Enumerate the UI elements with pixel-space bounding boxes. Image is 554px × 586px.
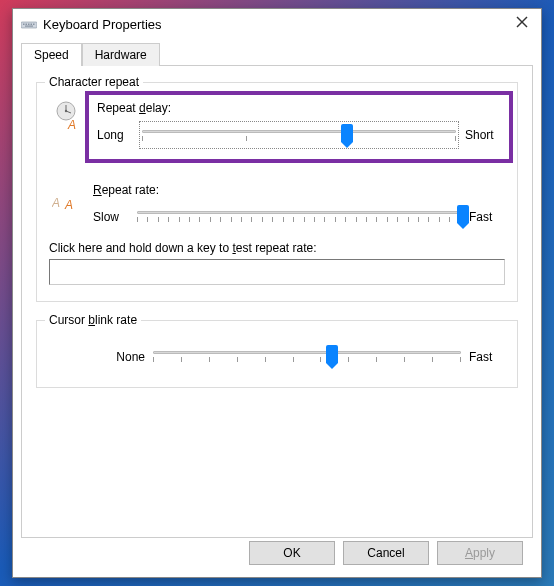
repeat-delay-label: Repeat delay: [97, 101, 501, 115]
repeat-delay-min-label: Long [97, 128, 133, 142]
group-character-repeat: Character repeat A Repeat delay: Long [36, 82, 518, 302]
test-repeat-label: Click here and hold down a key to test r… [49, 241, 505, 255]
close-button[interactable] [511, 15, 533, 33]
svg-text:A: A [64, 198, 73, 212]
keyboard-properties-window: Keyboard Properties SpeedHardware Charac… [12, 8, 542, 578]
svg-text:A: A [52, 196, 60, 210]
blink-rate-row: None Fast [49, 343, 505, 371]
repeat-rate-label: Repeat rate: [93, 183, 505, 197]
keyboard-icon [21, 19, 37, 29]
repeat-rate-thumb[interactable] [457, 205, 469, 223]
group-cursor-blink-title: Cursor blink rate [45, 313, 141, 327]
blink-rate-min-label: None [49, 350, 145, 364]
repeat-delay-slider[interactable] [139, 121, 459, 149]
repeat-delay-thumb[interactable] [341, 124, 353, 142]
svg-rect-6 [25, 26, 33, 27]
ok-button[interactable]: OK [249, 541, 335, 565]
svg-rect-3 [28, 24, 30, 26]
blink-rate-thumb[interactable] [326, 345, 338, 363]
repeat-rate-min-label: Slow [93, 210, 129, 224]
group-cursor-blink: Cursor blink rate None Fast [36, 320, 518, 388]
dialog-buttons: OK Cancel Apply [249, 541, 523, 565]
blink-rate-max-label: Fast [469, 350, 505, 364]
cancel-button[interactable]: Cancel [343, 541, 429, 565]
apply-button[interactable]: Apply [437, 541, 523, 565]
close-icon [515, 15, 529, 29]
repeat-delay-max-label: Short [465, 128, 501, 142]
svg-rect-1 [23, 24, 25, 26]
repeat-rate-slider[interactable] [135, 203, 463, 231]
titlebar: Keyboard Properties [13, 9, 541, 39]
repeat-delay-row: A Repeat delay: Long Short [49, 97, 505, 173]
blink-rate-slider[interactable] [151, 343, 463, 371]
svg-rect-4 [31, 24, 33, 26]
repeat-rate-icon: AA [49, 183, 93, 215]
window-title: Keyboard Properties [43, 17, 511, 32]
tab-strip: SpeedHardware [21, 43, 533, 66]
tab-hardware[interactable]: Hardware [82, 43, 160, 66]
svg-rect-5 [33, 24, 35, 26]
repeat-delay-highlight: Repeat delay: Long Short [85, 91, 513, 163]
group-character-repeat-title: Character repeat [45, 75, 143, 89]
tab-speed[interactable]: Speed [21, 43, 82, 66]
tab-panel-speed: Character repeat A Repeat delay: Long [21, 66, 533, 538]
svg-text:A: A [67, 118, 76, 132]
test-repeat-input[interactable] [49, 259, 505, 285]
repeat-rate-max-label: Fast [469, 210, 505, 224]
repeat-rate-row: AA Repeat rate: Slow Fast [49, 183, 505, 231]
svg-rect-2 [26, 24, 28, 26]
svg-point-12 [65, 110, 67, 112]
